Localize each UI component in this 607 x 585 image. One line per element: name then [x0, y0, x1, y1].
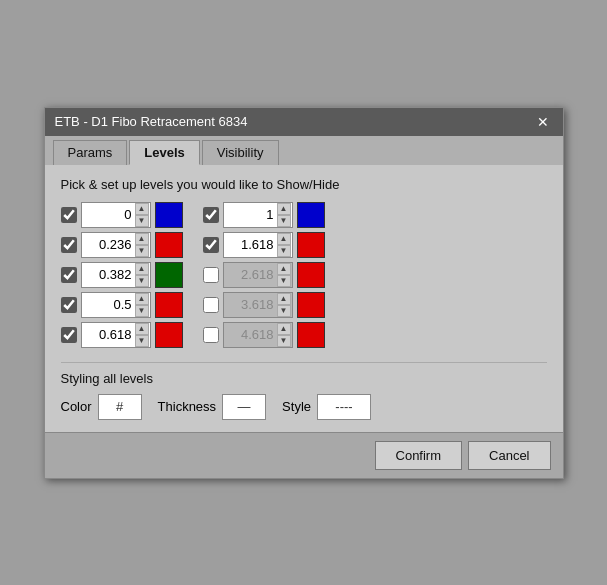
content-area: Pick & set up levels you would like to S…	[45, 165, 563, 432]
spin-down-r3: ▼	[277, 305, 291, 317]
level-input-wrapper-4: ▲ ▼	[81, 322, 151, 348]
level-checkbox-r3[interactable]	[203, 297, 219, 313]
color-item: Color #	[61, 394, 142, 420]
spin-up-3[interactable]: ▲	[135, 293, 149, 305]
spin-buttons-1: ▲ ▼	[135, 233, 149, 257]
levels-grid: ▲ ▼ ▲ ▼	[61, 202, 547, 348]
dialog: ETB - D1 Fibo Retracement 6834 ✕ Params …	[44, 107, 564, 479]
spin-buttons-4: ▲ ▼	[135, 323, 149, 347]
list-item: ▲ ▼	[61, 262, 183, 288]
color-swatch-r2[interactable]	[297, 262, 325, 288]
tab-params[interactable]: Params	[53, 140, 128, 165]
divider	[61, 362, 547, 363]
level-input-wrapper-r3: ▲ ▼	[223, 292, 293, 318]
spin-up-0[interactable]: ▲	[135, 203, 149, 215]
spin-up-4[interactable]: ▲	[135, 323, 149, 335]
color-swatch-4[interactable]	[155, 322, 183, 348]
spin-down-3[interactable]: ▼	[135, 305, 149, 317]
list-item: ▲ ▼	[61, 292, 183, 318]
list-item: ▲ ▼	[203, 202, 325, 228]
level-input-wrapper-r4: ▲ ▼	[223, 322, 293, 348]
spin-down-2[interactable]: ▼	[135, 275, 149, 287]
style-item: Style ----	[282, 394, 371, 420]
color-swatch-3[interactable]	[155, 292, 183, 318]
spin-buttons-r4: ▲ ▼	[277, 323, 291, 347]
spin-buttons-r1: ▲ ▼	[277, 233, 291, 257]
level-input-wrapper-1: ▲ ▼	[81, 232, 151, 258]
level-checkbox-1[interactable]	[61, 237, 77, 253]
color-swatch-0[interactable]	[155, 202, 183, 228]
list-item: ▲ ▼	[203, 292, 325, 318]
cancel-button[interactable]: Cancel	[468, 441, 550, 470]
color-swatch-2[interactable]	[155, 262, 183, 288]
spin-down-1[interactable]: ▼	[135, 245, 149, 257]
tab-levels[interactable]: Levels	[129, 140, 199, 165]
color-swatch-r1[interactable]	[297, 232, 325, 258]
level-checkbox-r4[interactable]	[203, 327, 219, 343]
right-levels-col: ▲ ▼ ▲ ▼	[203, 202, 325, 348]
level-input-wrapper-3: ▲ ▼	[81, 292, 151, 318]
spin-down-r0[interactable]: ▼	[277, 215, 291, 227]
level-checkbox-0[interactable]	[61, 207, 77, 223]
spin-buttons-r0: ▲ ▼	[277, 203, 291, 227]
thickness-label: Thickness	[158, 399, 217, 414]
spin-buttons-3: ▲ ▼	[135, 293, 149, 317]
styling-section: Styling all levels Color # Thickness — S…	[61, 371, 547, 420]
section-description: Pick & set up levels you would like to S…	[61, 177, 547, 192]
thickness-item: Thickness —	[158, 394, 267, 420]
spin-buttons-0: ▲ ▼	[135, 203, 149, 227]
styling-label: Styling all levels	[61, 371, 547, 386]
level-input-wrapper-r0: ▲ ▼	[223, 202, 293, 228]
spin-down-r4: ▼	[277, 335, 291, 347]
color-swatch-r4[interactable]	[297, 322, 325, 348]
spin-down-0[interactable]: ▼	[135, 215, 149, 227]
dialog-title: ETB - D1 Fibo Retracement 6834	[55, 114, 248, 129]
spin-up-r4: ▲	[277, 323, 291, 335]
level-input-wrapper-0: ▲ ▼	[81, 202, 151, 228]
color-label: Color	[61, 399, 92, 414]
left-levels-col: ▲ ▼ ▲ ▼	[61, 202, 183, 348]
close-button[interactable]: ✕	[533, 114, 553, 130]
level-checkbox-r1[interactable]	[203, 237, 219, 253]
level-input-wrapper-r1: ▲ ▼	[223, 232, 293, 258]
color-button[interactable]: #	[98, 394, 142, 420]
level-checkbox-r2[interactable]	[203, 267, 219, 283]
spin-down-4[interactable]: ▼	[135, 335, 149, 347]
spin-up-r2: ▲	[277, 263, 291, 275]
spin-buttons-2: ▲ ▼	[135, 263, 149, 287]
spin-up-r1[interactable]: ▲	[277, 233, 291, 245]
tabs-bar: Params Levels Visibility	[45, 136, 563, 165]
list-item: ▲ ▼	[61, 232, 183, 258]
list-item: ▲ ▼	[203, 262, 325, 288]
confirm-button[interactable]: Confirm	[375, 441, 463, 470]
level-input-wrapper-r2: ▲ ▼	[223, 262, 293, 288]
list-item: ▲ ▼	[61, 202, 183, 228]
color-swatch-r0[interactable]	[297, 202, 325, 228]
title-bar: ETB - D1 Fibo Retracement 6834 ✕	[45, 108, 563, 136]
color-swatch-r3[interactable]	[297, 292, 325, 318]
spin-up-r3: ▲	[277, 293, 291, 305]
style-button[interactable]: ----	[317, 394, 371, 420]
list-item: ▲ ▼	[61, 322, 183, 348]
level-input-wrapper-2: ▲ ▼	[81, 262, 151, 288]
level-checkbox-4[interactable]	[61, 327, 77, 343]
spin-up-2[interactable]: ▲	[135, 263, 149, 275]
spin-buttons-r2: ▲ ▼	[277, 263, 291, 287]
styling-row: Color # Thickness — Style ----	[61, 394, 547, 420]
level-checkbox-2[interactable]	[61, 267, 77, 283]
list-item: ▲ ▼	[203, 232, 325, 258]
style-label: Style	[282, 399, 311, 414]
footer: Confirm Cancel	[45, 432, 563, 478]
spin-up-1[interactable]: ▲	[135, 233, 149, 245]
spin-down-r1[interactable]: ▼	[277, 245, 291, 257]
tab-visibility[interactable]: Visibility	[202, 140, 279, 165]
spin-buttons-r3: ▲ ▼	[277, 293, 291, 317]
thickness-button[interactable]: —	[222, 394, 266, 420]
color-swatch-1[interactable]	[155, 232, 183, 258]
spin-down-r2: ▼	[277, 275, 291, 287]
level-checkbox-r0[interactable]	[203, 207, 219, 223]
level-checkbox-3[interactable]	[61, 297, 77, 313]
list-item: ▲ ▼	[203, 322, 325, 348]
spin-up-r0[interactable]: ▲	[277, 203, 291, 215]
